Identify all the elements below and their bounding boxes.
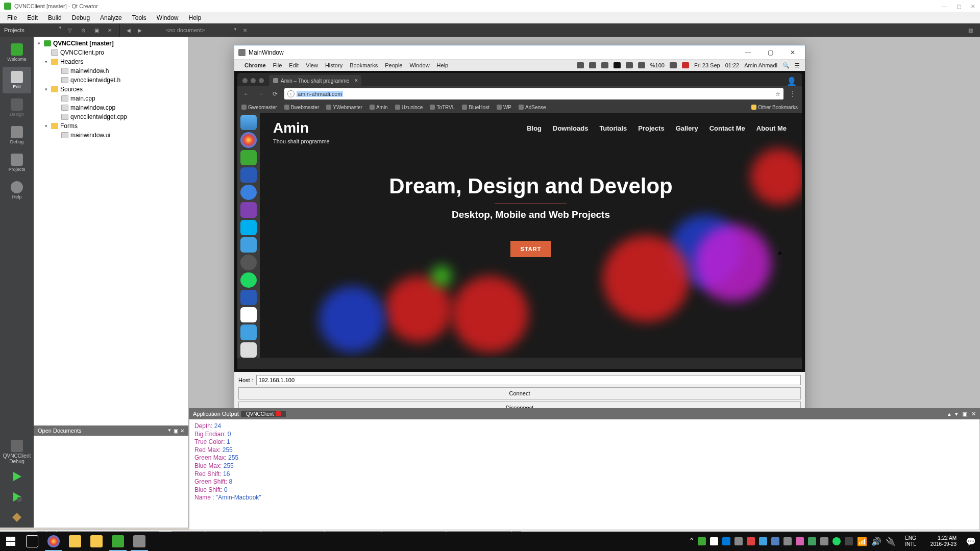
- star-icon[interactable]: ☆: [775, 91, 780, 97]
- bookmark-item[interactable]: Amin: [370, 105, 388, 110]
- tray-icon[interactable]: [747, 537, 755, 545]
- tray-icon[interactable]: [601, 62, 608, 68]
- tray-icon[interactable]: [614, 62, 621, 68]
- tree-file[interactable]: main.cpp: [70, 95, 95, 102]
- open-documents-header[interactable]: Open Documents ▼ ▣ ✕: [34, 425, 188, 436]
- minimize-button[interactable]: —: [941, 3, 947, 9]
- mac-menu-bookmarks[interactable]: Bookmarks: [350, 62, 378, 68]
- task-view-icon[interactable]: [21, 532, 43, 551]
- menu-icon[interactable]: ☰: [795, 62, 800, 69]
- mode-debug[interactable]: Debug: [3, 122, 31, 148]
- tray-icon[interactable]: [577, 62, 584, 68]
- host-input[interactable]: [256, 375, 801, 385]
- mac-menu-view[interactable]: View: [306, 62, 318, 68]
- tree-sources-folder[interactable]: Sources: [60, 86, 83, 93]
- chevron-up-icon[interactable]: ˄: [690, 537, 694, 546]
- menu-icon[interactable]: ⋮: [788, 89, 798, 99]
- bookmark-item[interactable]: WP: [497, 105, 511, 110]
- tree-root[interactable]: QVNCClient [master]: [53, 40, 114, 47]
- tree-pro-file[interactable]: QVNCClient.pro: [60, 49, 104, 56]
- filter-icon[interactable]: ▽: [65, 26, 75, 35]
- taskbar-explorer[interactable]: [64, 532, 86, 551]
- back-icon[interactable]: ◀: [124, 26, 133, 35]
- chrome-icon[interactable]: [240, 132, 257, 147]
- menu-file[interactable]: File: [2, 13, 22, 22]
- tree-file[interactable]: qvncclientwidget.cpp: [70, 113, 127, 120]
- output-tab[interactable]: QVNCClient: [241, 411, 286, 417]
- bookmark-item[interactable]: ToTRVL: [430, 105, 455, 110]
- menu-window[interactable]: Window: [152, 13, 184, 22]
- close-doc-icon[interactable]: ✕: [240, 26, 250, 35]
- chevron-up-icon[interactable]: ▴: [948, 411, 951, 417]
- menu-tools[interactable]: Tools: [127, 13, 152, 22]
- mac-menu-chrome[interactable]: Chrome: [244, 62, 266, 68]
- taskbar-lang[interactable]: ENG INTL: [900, 535, 921, 547]
- menu-debug[interactable]: Debug: [67, 13, 95, 22]
- tree-file[interactable]: mainwindow.h: [70, 67, 109, 74]
- nav-link[interactable]: Gallery: [676, 124, 698, 132]
- qt-icon[interactable]: [240, 150, 257, 165]
- menu-help[interactable]: Help: [184, 13, 207, 22]
- word-icon[interactable]: [240, 290, 257, 305]
- split-icon[interactable]: ▣: [962, 411, 967, 417]
- forward-button[interactable]: →: [256, 89, 266, 99]
- tree-file[interactable]: qvncclientwidget.h: [70, 77, 120, 84]
- bookmark-item[interactable]: YWebmaster: [326, 105, 362, 110]
- tray-icon[interactable]: [820, 537, 828, 545]
- bookmark-item[interactable]: Uzunince: [395, 105, 423, 110]
- spotlight-icon[interactable]: 🔍: [782, 62, 790, 69]
- volume-icon[interactable]: [638, 62, 645, 68]
- taskbar-clock[interactable]: 1:22 AM 2016-09-23: [925, 535, 962, 547]
- flag-icon[interactable]: [682, 62, 689, 68]
- output-body[interactable]: Depth: 24 Big Endian: 0 True Color: 1 Re…: [189, 419, 980, 531]
- nav-link[interactable]: Projects: [638, 124, 664, 132]
- tree-file[interactable]: mainwindow.cpp: [70, 104, 115, 111]
- bookmark-item[interactable]: Gwebmaster: [241, 105, 277, 110]
- spotify-tray-icon[interactable]: [832, 537, 841, 545]
- bookmark-item[interactable]: Bwebmaster: [284, 105, 320, 110]
- maximize-button[interactable]: ▢: [762, 49, 778, 56]
- back-button[interactable]: ←: [241, 89, 252, 99]
- project-selector[interactable]: Projects ▼ ▽ ⊙ ▣ ✕: [0, 23, 120, 37]
- action-center-icon[interactable]: 💬: [966, 537, 976, 546]
- downloads-icon[interactable]: [240, 324, 257, 340]
- menu-edit[interactable]: Edit: [22, 13, 43, 22]
- taskbar-chrome[interactable]: [43, 532, 64, 551]
- dropdown-caret-icon[interactable]: ▼: [167, 428, 172, 434]
- start-button[interactable]: [0, 532, 21, 551]
- mac-user[interactable]: Amin Ahmadi: [744, 62, 777, 68]
- mac-menu-edit[interactable]: Edit: [289, 62, 299, 68]
- wifi-icon[interactable]: [626, 62, 633, 68]
- network-icon[interactable]: 📶: [857, 537, 867, 546]
- address-bar[interactable]: i amin-ahmadi.com ☆: [284, 88, 783, 99]
- close-button[interactable]: ✕: [785, 49, 801, 56]
- split-icon[interactable]: ▣: [174, 428, 178, 434]
- app-icon[interactable]: [240, 167, 257, 183]
- minimize-button[interactable]: —: [740, 49, 756, 56]
- split-icon[interactable]: ▣: [92, 26, 101, 35]
- mac-menu-file[interactable]: File: [273, 62, 282, 68]
- settings-icon[interactable]: [240, 255, 257, 270]
- connect-button[interactable]: Connect: [238, 387, 801, 399]
- mac-menu-people[interactable]: People: [385, 62, 402, 68]
- app-icon[interactable]: [240, 237, 257, 253]
- tray-icon[interactable]: [771, 537, 779, 545]
- tray-icon[interactable]: [589, 62, 596, 68]
- maximize-button[interactable]: ▢: [955, 3, 962, 9]
- close-panel-icon[interactable]: ✕: [180, 428, 184, 434]
- tray-icon[interactable]: [759, 537, 767, 545]
- tray-icon[interactable]: [734, 537, 743, 545]
- safari-icon[interactable]: [240, 185, 257, 200]
- taskbar-app[interactable]: [129, 532, 150, 551]
- taskbar-qtcreator[interactable]: [107, 532, 129, 551]
- tray-icon[interactable]: [710, 537, 718, 545]
- mode-projects[interactable]: Projects: [3, 149, 31, 176]
- mac-menu-window[interactable]: Window: [409, 62, 429, 68]
- bookmark-item[interactable]: BlueHost: [462, 105, 489, 110]
- nav-link[interactable]: Tutorials: [599, 124, 627, 132]
- mac-time[interactable]: 01:22: [725, 62, 740, 68]
- tray-icon[interactable]: [808, 537, 816, 545]
- stop-icon[interactable]: [276, 411, 281, 416]
- onedrive-icon[interactable]: [722, 537, 730, 545]
- run-button[interactable]: [10, 469, 24, 484]
